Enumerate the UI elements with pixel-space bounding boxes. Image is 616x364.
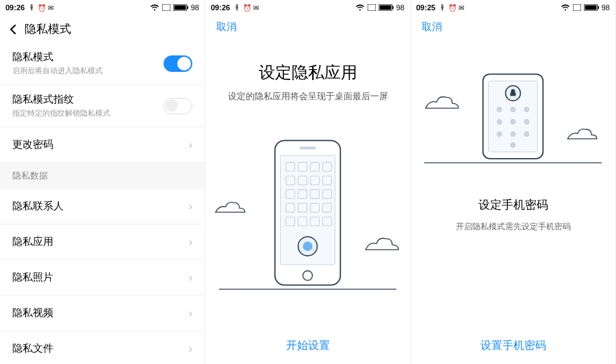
svg-rect-2: [174, 5, 185, 10]
set-password-button[interactable]: 设置手机密码: [411, 328, 615, 364]
cancel-header: 取消: [411, 15, 615, 40]
svg-rect-4: [368, 4, 376, 11]
panel-set-password: 09:25 🕴 ⏰ ✉ 98 取消: [411, 0, 616, 364]
svg-point-48: [524, 119, 529, 125]
svg-rect-37: [585, 5, 596, 10]
setting-videos[interactable]: 隐私视频 ›: [0, 296, 205, 331]
wifi-icon: [355, 4, 365, 11]
setting-fingerprint[interactable]: 隐私模式指纹 指定特定的指纹解锁隐私模式: [0, 85, 205, 127]
setting-files[interactable]: 隐私文件 ›: [0, 331, 205, 364]
illus-title: 设定手机密码: [478, 197, 548, 213]
setting-title: 隐私应用: [12, 235, 53, 248]
chevron-right-icon: ›: [189, 343, 192, 355]
setting-photos[interactable]: 隐私照片 ›: [0, 260, 205, 296]
illus-subtitle: 设定的隐私应用将会呈现于桌面最后一屏: [228, 90, 388, 103]
settings-list: 隐私模式 启用后将自动进入隐私模式 隐私模式指纹 指定特定的指纹解锁隐私模式 更…: [0, 42, 205, 364]
battery-icon: [378, 4, 394, 11]
svg-rect-38: [598, 6, 599, 9]
setting-title: 隐私模式: [12, 51, 103, 64]
wifi-icon: [150, 4, 159, 11]
illustration-area: 设定隐私应用 设定的隐私应用将会呈现于桌面最后一屏: [205, 40, 410, 328]
svg-point-50: [511, 131, 516, 137]
setting-title: 隐私联系人: [12, 200, 64, 213]
status-time: 09:26: [211, 3, 230, 12]
svg-rect-11: [300, 146, 316, 149]
battery-percent: 98: [191, 3, 199, 12]
battery-icon: [173, 4, 188, 11]
status-bar: 09:25 🕴 ⏰ ✉ 98: [411, 0, 615, 15]
phone-illustration: [205, 116, 410, 328]
battery-icon: [584, 4, 599, 11]
svg-point-46: [497, 119, 502, 125]
svg-point-49: [497, 131, 502, 137]
svg-point-52: [511, 142, 516, 148]
chevron-right-icon: ›: [189, 307, 192, 320]
illustration-area: 设定手机密码 开启隐私模式需先设定手机密码: [411, 40, 615, 328]
chevron-right-icon: ›: [189, 272, 192, 284]
toggle-privacy-mode[interactable]: [164, 55, 192, 72]
start-setup-button[interactable]: 开始设置: [205, 328, 410, 364]
setting-change-password[interactable]: 更改密码 ›: [0, 127, 205, 163]
setting-title: 隐私视频: [12, 307, 53, 320]
status-bar: 09:26 🕴 ⏰ ✉ 98: [205, 0, 410, 15]
svg-rect-35: [573, 4, 581, 11]
setting-contacts[interactable]: 隐私联系人 ›: [0, 189, 205, 224]
setting-subtitle: 启用后将自动进入隐私模式: [12, 66, 103, 76]
back-icon[interactable]: [8, 24, 18, 34]
cancel-button[interactable]: 取消: [216, 21, 237, 32]
section-header: 隐私数据: [0, 163, 205, 189]
status-left-icons: 🕴 ⏰ ✉: [233, 4, 259, 12]
svg-point-43: [497, 107, 502, 112]
wifi-icon: [561, 4, 570, 11]
signal-icon: [162, 4, 170, 11]
page-header: 隐私模式: [0, 15, 205, 42]
chevron-right-icon: ›: [189, 236, 192, 248]
svg-point-51: [524, 131, 529, 137]
status-time: 09:26: [5, 3, 25, 12]
status-time: 09:25: [416, 3, 435, 12]
lock-illustration: [411, 67, 615, 197]
svg-point-47: [511, 119, 516, 125]
setting-privacy-mode[interactable]: 隐私模式 启用后将自动进入隐私模式: [0, 42, 205, 85]
setting-title: 隐私照片: [12, 271, 53, 284]
cancel-header: 取消: [205, 15, 410, 40]
setting-subtitle: 指定特定的指纹解锁隐私模式: [12, 108, 110, 118]
signal-icon: [368, 4, 376, 11]
svg-point-45: [524, 107, 529, 112]
battery-percent: 98: [396, 3, 405, 12]
toggle-fingerprint[interactable]: [164, 98, 192, 114]
page-title: 隐私模式: [25, 21, 71, 37]
illus-subtitle: 开启隐私模式需先设定手机密码: [456, 221, 571, 233]
svg-point-44: [511, 107, 516, 112]
setting-title: 隐私模式指纹: [12, 93, 110, 106]
chevron-right-icon: ›: [189, 200, 192, 213]
status-left-icons: 🕴 ⏰ ✉: [438, 4, 464, 12]
setting-apps[interactable]: 隐私应用 ›: [0, 224, 205, 260]
signal-icon: [573, 4, 581, 11]
chevron-right-icon: ›: [189, 139, 192, 151]
svg-rect-6: [379, 5, 391, 10]
svg-rect-0: [162, 4, 170, 11]
svg-point-14: [303, 241, 313, 250]
svg-rect-3: [187, 6, 188, 9]
illus-title: 设定隐私应用: [259, 62, 357, 83]
panel-settings: 09:26 🕴 ⏰ ✉ 98 隐私模式 隐私模式 启用后将自动进入隐私模式: [0, 0, 205, 364]
setting-title: 隐私文件: [12, 342, 53, 355]
status-left-icons: 🕴 ⏰ ✉: [27, 4, 53, 12]
status-bar: 09:26 🕴 ⏰ ✉ 98: [0, 0, 205, 15]
svg-rect-7: [392, 6, 394, 9]
setting-title: 更改密码: [12, 138, 53, 151]
cancel-button[interactable]: 取消: [422, 21, 442, 32]
battery-percent: 98: [602, 3, 610, 12]
panel-set-private-app: 09:26 🕴 ⏰ ✉ 98 取消 设定隐私应用 设定的隐私应用将会呈现于桌面最…: [205, 0, 411, 364]
